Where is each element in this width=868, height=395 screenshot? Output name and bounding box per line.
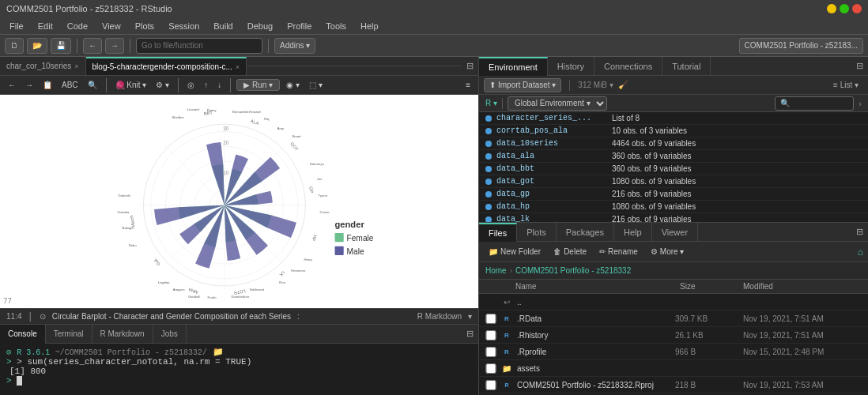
menu-session[interactable]: Session	[162, 20, 206, 32]
file-row-parent[interactable]: ↩ ..	[479, 294, 868, 310]
file-checkbox-rproj[interactable]	[485, 380, 496, 390]
file-row-assets[interactable]: 📁 assets	[479, 360, 868, 377]
file-row-rhistory[interactable]: R .Rhistory 26.1 KB Nov 19, 2021, 7:51 A…	[479, 327, 868, 344]
rproj-filename: COMM2501 Portfolio - z5218332.Rproj	[517, 381, 670, 389]
tab-packages[interactable]: Packages	[557, 223, 614, 242]
file-row-rproj[interactable]: R COMM2501 Portfolio - z5218332.Rproj 21…	[479, 377, 868, 393]
tab-jobs[interactable]: Jobs	[153, 325, 187, 344]
breadcrumb-home[interactable]: Home	[485, 266, 507, 275]
collapse-files-button[interactable]: ⊟	[851, 225, 868, 239]
env-item-data-got[interactable]: data_got 1080 obs. of 9 variables	[479, 175, 868, 188]
list-view-button[interactable]: ≡ List ▾	[828, 78, 863, 92]
tab-char-cor[interactable]: char_cor_10series ×	[0, 57, 86, 76]
close-button[interactable]	[852, 4, 862, 13]
col-header-size: Size	[680, 282, 743, 291]
menu-file[interactable]: File	[3, 20, 30, 32]
abc-button[interactable]: ABC	[58, 79, 81, 91]
tab-blog5[interactable]: blog-5-charactergender-composition-c... …	[86, 57, 247, 76]
tab-console[interactable]: Console	[0, 325, 46, 344]
tab-help[interactable]: Help	[614, 223, 652, 242]
env-search-input[interactable]	[775, 96, 854, 111]
tab-plots[interactable]: Plots	[517, 223, 556, 242]
svg-text:Male: Male	[346, 247, 364, 256]
new-file-button[interactable]: 🗋	[5, 38, 24, 54]
menu-plots[interactable]: Plots	[129, 20, 160, 32]
tab-terminal[interactable]: Terminal	[46, 325, 92, 344]
delete-label: Delete	[564, 247, 587, 256]
app-title: COMM2501 Portfolio - z5218332 - RStudio	[6, 4, 172, 13]
save-button[interactable]: 💾	[51, 38, 71, 54]
file-checkbox-rdata[interactable]	[485, 314, 496, 324]
tab-rmarkdown[interactable]: R Markdown	[92, 325, 153, 344]
breadcrumb-portfolio[interactable]: COMM2501 Portfolio - z5218332	[515, 266, 631, 275]
minimize-button[interactable]	[827, 4, 836, 13]
svg-text:Stuart: Stuart	[292, 134, 301, 138]
env-item-data10series[interactable]: data_10series 4464 obs. of 9 variables	[479, 137, 868, 150]
tab-viewer[interactable]: Viewer	[652, 223, 698, 242]
delete-button[interactable]: 🗑 Delete	[549, 246, 591, 258]
knit-button[interactable]: 🧶 Knit ▾	[112, 79, 150, 91]
up-button[interactable]: ↑	[201, 79, 211, 91]
menu-help[interactable]: Help	[354, 20, 385, 32]
mem-broom[interactable]: 🧹	[618, 81, 628, 89]
env-item-data-lk[interactable]: data_lk 216 obs. of 9 variables	[479, 213, 868, 222]
tab-files[interactable]: Files	[479, 223, 517, 242]
tab-label-char-cor: char_cor_10series	[6, 62, 71, 70]
env-item-data-hp[interactable]: data_hp 1080 obs. of 9 variables	[479, 201, 868, 213]
search-code-button[interactable]: 🔍	[85, 79, 100, 91]
new-folder-button[interactable]: 📁 New Folder	[484, 246, 545, 258]
env-item-corrtab[interactable]: corrtab_pos_ala 10 obs. of 3 variables	[479, 125, 868, 137]
more-label: More ▾	[660, 247, 685, 256]
file-row-rdata[interactable]: R .RData 309.7 KB Nov 19, 2021, 7:51 AM	[479, 310, 868, 327]
run-button[interactable]: ▶ Run ▾	[236, 79, 280, 91]
goto-input[interactable]	[136, 38, 262, 54]
env-variable-list: character_series_... List of 8 corrtab_p…	[479, 112, 868, 222]
tab-tutorial[interactable]: Tutorial	[662, 57, 711, 76]
addins-button[interactable]: Addins ▾	[274, 38, 315, 54]
collapse-console-button[interactable]: ⊟	[462, 327, 478, 340]
tab-environment[interactable]: Environment	[479, 57, 548, 76]
editor-tab-bar: char_cor_10series × blog-5-charactergend…	[0, 57, 478, 76]
env-item-data-ala[interactable]: data_ala 360 obs. of 9 variables	[479, 150, 868, 163]
tab-connections[interactable]: Connections	[594, 57, 662, 76]
global-env-select[interactable]: Global Environment ▾	[508, 96, 607, 111]
back-button[interactable]: ←	[83, 38, 102, 54]
maximize-button[interactable]	[840, 4, 849, 13]
tab-close-char-cor[interactable]: ×	[74, 62, 78, 70]
clipboard-button[interactable]: 📋	[40, 79, 55, 91]
settings-button[interactable]: ⚙ ▾	[153, 79, 172, 91]
source-button[interactable]: ◉ ▾	[283, 79, 303, 91]
forward-button[interactable]: →	[105, 38, 124, 54]
insert-button[interactable]: ⬚ ▾	[306, 79, 326, 91]
env-item-data-bbt[interactable]: data_bbt 360 obs. of 9 variables	[479, 163, 868, 175]
file-checkbox-assets[interactable]	[485, 363, 496, 374]
forward-code-button[interactable]: →	[22, 79, 36, 91]
menu-build[interactable]: Build	[207, 20, 239, 32]
project-button[interactable]: COMM2501 Portfolio - z52183...	[739, 38, 863, 54]
env-scroll-right[interactable]: ›	[859, 99, 862, 108]
open-file-button[interactable]: 📂	[27, 38, 47, 54]
menu-code[interactable]: Code	[61, 20, 94, 32]
tab-history[interactable]: History	[548, 57, 594, 76]
down-button[interactable]: ↓	[214, 79, 225, 91]
collapse-env-button[interactable]: ⊟	[851, 59, 868, 73]
menu-view[interactable]: View	[96, 20, 127, 32]
files-home-icon[interactable]: ⌂	[858, 246, 863, 258]
env-item-data-gp[interactable]: data_gp 216 obs. of 9 variables	[479, 188, 868, 201]
outline-button[interactable]: ≡	[462, 79, 474, 91]
tab-close-blog5[interactable]: ×	[236, 63, 240, 71]
back-code-button[interactable]: ←	[5, 79, 19, 91]
more-button[interactable]: ⚙ More ▾	[646, 246, 689, 258]
menu-debug[interactable]: Debug	[241, 20, 279, 32]
rename-button[interactable]: ✏ Rename	[594, 246, 643, 258]
menu-edit[interactable]: Edit	[32, 20, 59, 32]
menu-profile[interactable]: Profile	[281, 20, 318, 32]
file-row-rprofile[interactable]: R .Rprofile 966 B Nov 15, 2021, 2:48 PM	[479, 344, 868, 360]
import-dataset-button[interactable]: ⬆ Import Dataset ▾	[484, 78, 561, 92]
file-checkbox-rhistory[interactable]	[485, 330, 496, 340]
circle-button[interactable]: ◎	[184, 79, 198, 91]
env-item-character-series[interactable]: character_series_... List of 8	[479, 112, 868, 125]
menu-tools[interactable]: Tools	[319, 20, 353, 32]
collapse-editor-button[interactable]: ⊟	[462, 59, 478, 73]
file-checkbox-rprofile[interactable]	[485, 347, 496, 357]
